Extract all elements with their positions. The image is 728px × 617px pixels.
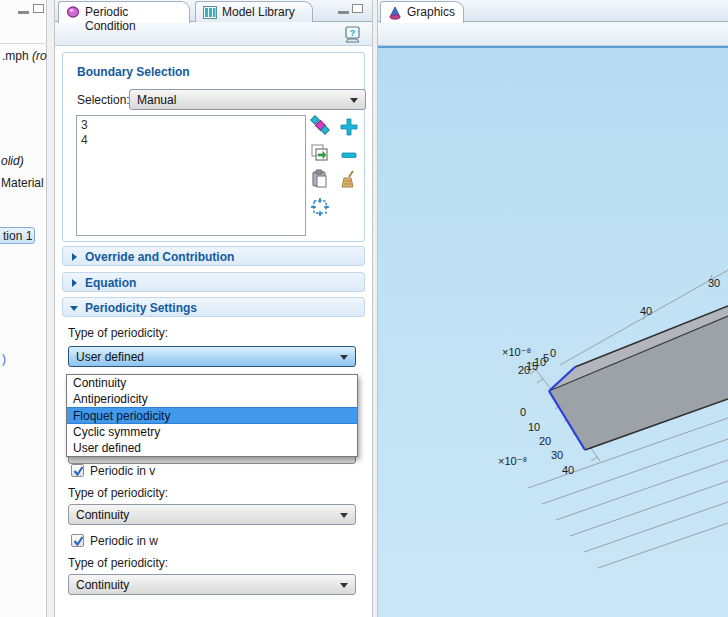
axis-tick: 20 [518,364,530,376]
svg-text:?: ? [350,28,356,38]
periodic-in-v-label: Periodic in v [90,464,155,478]
axis-tick: 40 [640,305,652,317]
maximize-button[interactable] [352,4,363,13]
selection-label: Selection: [77,93,130,107]
axis-tick: 40 [562,464,574,476]
clear-selection-icon[interactable] [339,169,359,189]
paste-selection-icon[interactable] [310,169,330,189]
boundary-list[interactable]: 3 4 [76,115,306,236]
remove-from-selection-icon[interactable] [339,145,359,165]
model-3d-view: 30 40 ×10⁻⁸ 0 5 10 15 20 0 10 20 30 40 ×… [378,48,728,617]
axis-exponent: ×10⁻⁸ [498,455,527,467]
graphics-panel: Graphics [378,0,728,617]
tab-label: Graphics [407,5,455,19]
boundary-selection-section: Boundary Selection Selection: Manual 3 4 [62,52,365,242]
type-of-periodicity-label: Type of periodicity: [68,326,168,340]
axis-tick: 30 [551,449,563,461]
axis-tick: 20 [539,435,551,447]
minimize-button[interactable] [338,6,349,14]
periodicity-type-combo-v[interactable]: Continuity [68,504,356,525]
dropdown-option-floquet-periodicity[interactable]: Floquet periodicity [67,407,357,424]
minimize-button[interactable] [18,6,29,14]
divider [0,43,47,44]
section-title: Equation [85,276,136,290]
tree-item-root[interactable]: .mph (ro [2,49,47,63]
periodicity-type-combo-w[interactable]: Continuity [68,574,356,595]
check-icon [73,535,84,547]
settings-panel: Periodic Condition Model Library ? Bound… [55,0,372,617]
collapsed-arrow-icon [72,279,77,287]
tree-item-solid[interactable]: olid) [1,154,24,168]
add-to-selection-icon[interactable] [339,117,359,137]
periodicity-dropdown-list: Continuity Antiperiodicity Floquet perio… [66,374,358,457]
tab-model-library[interactable]: Model Library [195,1,313,22]
expanded-arrow-icon [70,306,78,311]
graphics-canvas[interactable]: 30 40 ×10⁻⁸ 0 5 10 15 20 0 10 20 30 40 ×… [378,46,728,617]
selection-combo[interactable]: Manual [129,89,366,110]
graphics-toolbar: xy yz zx [378,22,728,46]
dropdown-option-antiperiodicity[interactable]: Antiperiodicity [67,391,357,407]
periodic-in-w-label: Periodic in w [90,534,158,548]
collapsed-arrow-icon [72,253,77,261]
dropdown-option-cyclic-symmetry[interactable]: Cyclic symmetry [67,424,357,440]
settings-tabbar: Periodic Condition Model Library [55,0,372,22]
tab-label: Periodic Condition [85,5,136,33]
zoom-to-selection-icon[interactable] [310,197,330,217]
settings-content: Boundary Selection Selection: Manual 3 4 [55,46,372,617]
periodic-condition-icon [66,6,80,19]
tab-graphics[interactable]: Graphics [380,1,464,23]
maximize-button[interactable] [33,4,44,13]
axis-exponent: ×10⁻⁸ [502,346,531,358]
tree-item-fragment[interactable]: ) [2,352,6,366]
section-title: Periodicity Settings [85,301,197,315]
tree-item-selected-periodic-condition[interactable]: tion 1 [0,227,35,244]
list-item[interactable]: 4 [81,133,301,148]
axis-tick: 0 [550,347,556,359]
axis-tick: 10 [528,421,540,433]
help-icon[interactable]: ? [344,26,362,43]
periodic-in-w-checkbox[interactable] [71,534,84,547]
section-override-contribution[interactable]: Override and Contribution [62,246,365,266]
periodicity-type-combo[interactable]: User defined [68,346,356,367]
tab-label: Model Library [222,5,295,19]
copy-selection-icon[interactable] [310,143,330,163]
type-of-periodicity-label: Type of periodicity: [68,556,168,570]
graphics-icon [388,6,402,20]
list-item[interactable]: 3 [81,118,301,133]
graphics-tabbar: Graphics [378,0,728,22]
activate-selection-icon[interactable] [310,115,330,135]
panel-sash[interactable] [47,0,55,617]
type-of-periodicity-label: Type of periodicity: [68,486,168,500]
dropdown-option-continuity[interactable]: Continuity [67,375,357,391]
model-builder-panel: .mph (ro olid) Material M tion 1 ) [0,0,47,617]
model-library-icon [203,6,217,19]
tab-periodic-condition[interactable]: Periodic Condition [58,1,190,23]
section-equation[interactable]: Equation [62,272,365,292]
dropdown-option-user-defined[interactable]: User defined [67,440,357,456]
axis-tick: 30 [708,277,720,289]
periodic-in-v-checkbox[interactable] [71,464,84,477]
check-icon [73,465,84,477]
section-periodicity-settings[interactable]: Periodicity Settings [62,297,365,317]
axis-tick: 0 [520,406,526,418]
beam-front-face[interactable] [549,316,728,450]
section-title: Override and Contribution [85,250,234,264]
section-title: Boundary Selection [77,65,190,79]
